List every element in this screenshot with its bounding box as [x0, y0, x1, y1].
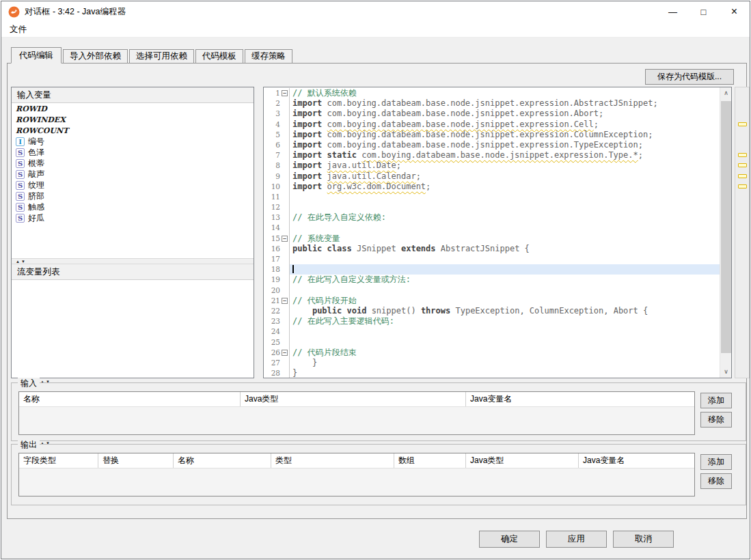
column-header[interactable]: 类型 [271, 453, 394, 468]
code-line[interactable]: 13// 在此导入自定义依赖: [264, 212, 720, 223]
scrollbar-thumb[interactable] [721, 101, 731, 353]
code-line[interactable]: 7import static com.boying.databeam.base.… [264, 150, 720, 160]
code-line[interactable]: 14 [264, 223, 720, 233]
splitter-down-icon[interactable]: ▼ [21, 260, 25, 264]
code-line[interactable]: 10import org.w3c.dom.Document; [264, 182, 720, 192]
collapse-minus-icon[interactable]: − [282, 90, 288, 96]
collapse-minus-icon[interactable]: − [282, 298, 288, 304]
column-header[interactable]: 字段类型 [19, 453, 98, 468]
scroll-up-icon[interactable]: ∧ [720, 87, 732, 99]
output-add-button[interactable]: 添加 [700, 454, 732, 470]
minimize-icon[interactable]: — [657, 1, 688, 22]
column-variable-row[interactable]: S色泽 [12, 147, 254, 158]
close-icon[interactable]: × [719, 1, 750, 22]
code-line[interactable]: 17 [264, 254, 720, 264]
column-header[interactable]: 名称 [174, 453, 271, 468]
code-text [290, 202, 720, 212]
code-line[interactable]: 18 [264, 264, 720, 275]
apply-button[interactable]: 应用 [546, 531, 607, 548]
code-text: } [290, 368, 720, 378]
code-line[interactable]: 22 public void snippet() throws TypeExce… [264, 306, 720, 316]
code-line[interactable]: 20 [264, 285, 720, 296]
column-variable-row[interactable]: S纹理 [12, 180, 254, 191]
input-remove-button[interactable]: 移除 [700, 412, 732, 428]
column-header[interactable]: Java变量名 [579, 453, 694, 468]
code-edit-tab-page: 保存为代码模版... 输入变量 ROWIDROWINDEXROWCOUNTI编号… [7, 63, 747, 519]
column-header[interactable]: 替换 [98, 453, 174, 468]
column-variable-row[interactable]: S脐部 [12, 191, 254, 201]
column-header[interactable]: Java类型 [241, 392, 466, 406]
save-as-template-button[interactable]: 保存为代码模版... [645, 69, 734, 85]
code-line[interactable]: 28} [264, 368, 720, 378]
code-line[interactable]: 21−// 代码片段开始 [264, 296, 720, 306]
system-variable-row[interactable]: ROWCOUNT [12, 125, 254, 136]
panel-splitter[interactable]: ▲ ▼ [12, 258, 254, 264]
code-editor[interactable]: 1−// 默认系统依赖2import com.boying.databeam.b… [263, 87, 732, 378]
column-variable-row[interactable]: S触感 [12, 201, 254, 212]
tab-code-template[interactable]: 代码模板 [195, 49, 243, 64]
editor-scrollbar[interactable]: ∧ ∨ [720, 87, 731, 378]
collapse-minus-icon[interactable]: − [282, 236, 288, 242]
code-line[interactable]: 27 } [264, 358, 720, 368]
column-header[interactable]: Java变量名 [466, 392, 694, 406]
code-line[interactable]: 19// 在此写入自定义变量或方法: [264, 275, 720, 285]
column-header[interactable]: 数组 [394, 453, 466, 468]
tab-select-deps[interactable]: 选择可用依赖 [129, 49, 194, 64]
code-line[interactable]: 11 [264, 192, 720, 202]
string-type-icon: S [16, 181, 25, 190]
output-remove-button[interactable]: 移除 [700, 473, 732, 489]
column-variable-row[interactable]: S根蒂 [12, 158, 254, 169]
splitter-up-icon[interactable]: ▲ [16, 260, 20, 264]
tab-bar: 代码编辑导入外部依赖选择可用依赖代码模板缓存策略 [11, 47, 294, 64]
input-add-button[interactable]: 添加 [700, 393, 732, 408]
code-line[interactable]: 24 [264, 326, 720, 337]
cancel-button[interactable]: 取消 [613, 531, 674, 548]
ok-button[interactable]: 确定 [479, 531, 540, 548]
code-text: import com.boying.databeam.base.node.jsn… [290, 140, 720, 150]
tab-import-deps[interactable]: 导入外部依赖 [63, 49, 128, 64]
output-table[interactable]: 字段类型替换名称类型数组Java类型Java变量名 [18, 453, 695, 496]
code-line[interactable]: 1−// 默认系统依赖 [264, 88, 720, 98]
column-header[interactable]: 名称 [19, 392, 241, 406]
warning-mark[interactable] [738, 153, 747, 157]
column-variable-row[interactable]: I编号 [12, 136, 254, 147]
fold-toggle-icon[interactable]: − [280, 88, 290, 98]
system-variable-row[interactable]: ROWID [12, 103, 254, 114]
fold-gutter [280, 140, 290, 150]
tab-code-edit[interactable]: 代码编辑 [11, 47, 62, 64]
code-line[interactable]: 6import com.boying.databeam.base.node.js… [264, 140, 720, 150]
system-variable-row[interactable]: ROWINDEX [12, 114, 254, 125]
fold-toggle-icon[interactable]: − [280, 348, 290, 358]
code-line[interactable]: 4import com.boying.databeam.base.node.js… [264, 120, 720, 130]
warning-mark[interactable] [738, 163, 747, 167]
code-line[interactable]: 16public class JSnippet extends Abstract… [264, 244, 720, 254]
code-line[interactable]: 9import java.util.Calendar; [264, 171, 720, 182]
warning-mark[interactable] [738, 174, 747, 178]
tab-cache-strategy[interactable]: 缓存策略 [245, 49, 292, 64]
code-line[interactable]: 5import com.boying.databeam.base.node.js… [264, 130, 720, 140]
code-line[interactable]: 12 [264, 202, 720, 212]
fold-toggle-icon[interactable]: − [280, 296, 290, 306]
code-segment: import [292, 160, 322, 170]
code-line[interactable]: 23// 在此写入主要逻辑代码: [264, 316, 720, 326]
column-variable-row[interactable]: S好瓜 [12, 212, 254, 223]
fold-toggle-icon[interactable]: − [280, 234, 290, 244]
warning-mark[interactable] [738, 184, 747, 188]
code-line[interactable]: 25 [264, 337, 720, 348]
code-line[interactable]: 15−// 系统变量 [264, 234, 720, 244]
fold-gutter [280, 337, 290, 348]
warning-mark[interactable] [738, 122, 747, 126]
column-variable-row[interactable]: S敲声 [12, 169, 254, 180]
menu-file[interactable]: 文件 [5, 23, 31, 37]
input-table[interactable]: 名称Java类型Java变量名 [18, 391, 695, 435]
collapse-minus-icon[interactable]: − [282, 350, 288, 356]
code-line[interactable]: 2import com.boying.databeam.base.node.js… [264, 98, 720, 109]
code-line[interactable]: 3import com.boying.databeam.base.node.js… [264, 109, 720, 119]
fold-gutter [280, 316, 290, 326]
column-header[interactable]: Java类型 [466, 453, 579, 468]
scroll-down-icon[interactable]: ∨ [720, 366, 732, 378]
code-line[interactable]: 8import java.util.Date; [264, 160, 720, 171]
code-text: import com.boying.databeam.base.node.jsn… [290, 98, 720, 109]
maximize-icon[interactable]: □ [688, 1, 719, 22]
code-line[interactable]: 26−// 代码片段结束 [264, 348, 720, 358]
